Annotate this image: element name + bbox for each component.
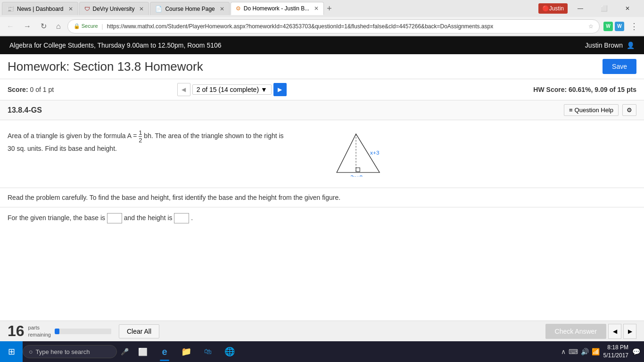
- tab-devry-close[interactable]: ✕: [139, 6, 144, 12]
- answer-label-1: For the given triangle, the base is: [8, 214, 105, 222]
- profile-icon: 🔴: [542, 5, 549, 12]
- taskbar-app-store[interactable]: 🛍: [198, 341, 218, 362]
- tab-course-close[interactable]: ✕: [220, 6, 224, 12]
- tab-course-label: Course Home Page: [165, 6, 215, 12]
- course-title: Algebra for College Students, Thursday 9…: [9, 41, 222, 49]
- svg-rect-2: [356, 168, 360, 172]
- height-input[interactable]: [174, 213, 189, 223]
- back-button[interactable]: ←: [4, 21, 17, 32]
- start-button[interactable]: ⊞: [0, 341, 23, 362]
- filemanager-icon: 📁: [181, 346, 191, 357]
- question-navigator: ◀ 2 of 15 (14 complete) ▼ ▶: [177, 83, 287, 96]
- tab-bar: 📰 News | Dashboard ✕ 🛡 DeVry University …: [0, 0, 644, 17]
- list-icon: ≡: [569, 107, 573, 114]
- address-bar: ← → ↻ ⌂ 🔒 Secure | https://www.mathxl.co…: [0, 17, 644, 36]
- url-bar[interactable]: 🔒 Secure | https://www.mathxl.com/Studen…: [67, 19, 600, 33]
- bottom-bar: 16 parts remaining Clear All Check Answe…: [0, 321, 644, 341]
- tab-course[interactable]: 📄 Course Home Page ✕: [150, 2, 229, 15]
- user-icon: 👤: [627, 41, 635, 49]
- answer-section: For the given triangle, the base is and …: [0, 207, 644, 229]
- keyboard-icon[interactable]: ⌨: [569, 348, 578, 355]
- extension-icons: W W: [603, 22, 624, 31]
- bookmark-icon[interactable]: ☆: [588, 23, 594, 30]
- ext-icon-1[interactable]: W: [603, 22, 613, 31]
- prev-nav-button[interactable]: ◀: [608, 324, 621, 339]
- problem-part1: Area of a triangle is given by the formu…: [8, 132, 137, 140]
- question-id: 13.8.4-GS: [8, 106, 42, 115]
- tab-homework-label: Do Homework - Justin B...: [244, 5, 309, 12]
- secure-icon: 🔒 Secure: [74, 23, 98, 29]
- microphone-icon[interactable]: 🎤: [121, 348, 129, 355]
- parts-number: 16: [8, 322, 25, 340]
- maximize-button[interactable]: ⬜: [593, 2, 615, 15]
- next-question-button[interactable]: ▶: [273, 83, 287, 96]
- ext-icon-2[interactable]: W: [615, 22, 624, 31]
- progress-fill: [55, 329, 59, 334]
- tab-homework[interactable]: ⚙ Do Homework - Justin B... ✕: [231, 2, 324, 15]
- taskbar-system-icons: ∧ ⌨ 🔊 📶: [561, 348, 600, 355]
- question-header: 13.8.4-GS ≡ Question Help ⚙: [0, 100, 644, 120]
- taskbar-app-edge[interactable]: e: [154, 341, 175, 362]
- answer-period: .: [191, 214, 193, 222]
- close-button[interactable]: ✕: [617, 2, 638, 15]
- clear-all-button[interactable]: Clear All: [119, 324, 159, 338]
- tab-homework-close[interactable]: ✕: [314, 5, 319, 12]
- user-info: Justin Brown 👤: [585, 41, 635, 49]
- clock: 8:18 PM 5/11/2017: [603, 344, 628, 360]
- parts-label: parts remaining: [28, 324, 51, 338]
- menu-button[interactable]: ⋮: [628, 20, 640, 33]
- time-display: 8:18 PM: [603, 344, 628, 352]
- window-controls: 🔴 Justin — ⬜ ✕: [538, 2, 642, 15]
- chrome-icon: 🌐: [224, 346, 235, 357]
- volume-icon[interactable]: 🔊: [581, 348, 589, 355]
- page-indicator[interactable]: 2 of 15 (14 complete) ▼: [192, 84, 272, 95]
- hint-section: Read the problem carefully. To find the …: [0, 188, 644, 207]
- dropdown-icon: ▼: [261, 86, 267, 93]
- store-icon: 🛍: [204, 347, 212, 356]
- taskbar: ⊞ ○ Type here to search 🎤 ⬜ e 📁 🛍 🌐 ∧ ⌨ …: [0, 341, 644, 362]
- arrow-up-icon[interactable]: ∧: [561, 348, 566, 355]
- profile-label: Justin: [549, 5, 564, 12]
- homework-title: Homework: Section 13.8 Homework: [8, 59, 203, 74]
- settings-button[interactable]: ⚙: [622, 104, 636, 116]
- homework-title-bar: Homework: Section 13.8 Homework Save: [0, 54, 644, 79]
- svg-text:2x+8: 2x+8: [350, 174, 363, 177]
- fraction-display: 1 2: [139, 130, 142, 143]
- taskbar-app-chrome[interactable]: 🌐: [219, 341, 240, 362]
- svg-text:x+3: x+3: [370, 149, 380, 156]
- hint-text: Read the problem carefully. To find the …: [8, 194, 636, 201]
- taskbar-search[interactable]: ○ Type here to search: [23, 345, 117, 358]
- edge-icon: e: [162, 346, 167, 357]
- taskbar-app-filemanager[interactable]: 📁: [176, 341, 197, 362]
- parts-remaining-display: 16 parts remaining: [8, 322, 111, 340]
- notification-icon[interactable]: 💬: [632, 348, 640, 355]
- score-value: 0 of 1 pt: [30, 86, 54, 93]
- network-icon[interactable]: 📶: [592, 348, 600, 355]
- triangle-svg: x+3 2x+8: [309, 130, 394, 177]
- forward-button[interactable]: →: [21, 21, 34, 32]
- search-icon: ○: [29, 348, 33, 355]
- progress-bar: [55, 329, 111, 334]
- save-button[interactable]: Save: [603, 59, 636, 74]
- home-button[interactable]: ⌂: [53, 21, 64, 32]
- check-answer-button[interactable]: Check Answer: [545, 324, 606, 339]
- tab-devry[interactable]: 🛡 DeVry University ✕: [79, 2, 149, 15]
- hw-score-display: HW Score: 60.61%, 9.09 of 15 pts: [533, 86, 636, 93]
- next-nav-button[interactable]: ▶: [623, 324, 636, 339]
- new-tab-button[interactable]: +: [327, 4, 332, 14]
- tab-news[interactable]: 📰 News | Dashboard ✕: [2, 2, 78, 15]
- score-bar: Score: 0 of 1 pt ◀ 2 of 15 (14 complete)…: [0, 79, 644, 100]
- taskbar-app-taskview[interactable]: ⬜: [132, 341, 153, 362]
- taskbar-right: ∧ ⌨ 🔊 📶 8:18 PM 5/11/2017 💬: [561, 344, 644, 360]
- bottom-actions: Check Answer ◀ ▶: [545, 324, 636, 339]
- question-help-button[interactable]: ≡ Question Help: [564, 104, 619, 116]
- tab-news-close[interactable]: ✕: [68, 6, 73, 12]
- refresh-button[interactable]: ↻: [38, 21, 50, 32]
- profile-tab[interactable]: 🔴 Justin: [538, 3, 568, 14]
- browser-chrome: 📰 News | Dashboard ✕ 🛡 DeVry University …: [0, 0, 644, 36]
- answer-label-2: and the height is: [124, 214, 173, 222]
- windows-icon: ⊞: [8, 346, 15, 357]
- prev-question-button[interactable]: ◀: [177, 83, 190, 96]
- base-input[interactable]: [107, 213, 122, 223]
- minimize-button[interactable]: —: [570, 2, 591, 15]
